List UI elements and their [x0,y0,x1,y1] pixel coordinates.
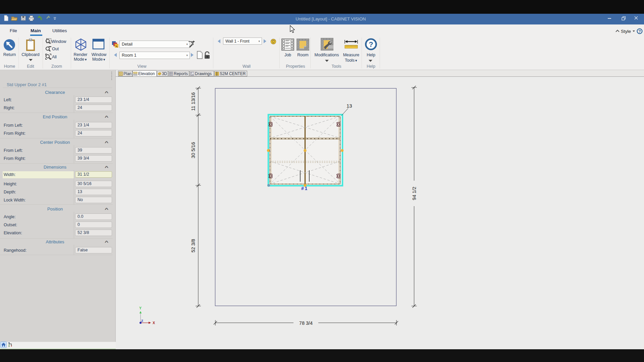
svg-text:52 3/8: 52 3/8 [191,239,196,252]
svg-text:11 13/16: 11 13/16 [191,92,196,111]
svg-text:?: ? [369,40,373,49]
svg-text:Y: Y [139,306,142,310]
svg-text:78 3/4: 78 3/4 [299,320,313,326]
svg-text:Z: Z [141,319,143,322]
svg-text:X: X [153,321,155,325]
svg-text:13: 13 [346,103,352,109]
svg-text:30 5/16: 30 5/16 [191,142,196,158]
svg-text:# 1: # 1 [301,186,308,191]
svg-text:Style: Style [621,29,631,34]
svg-text:?: ? [638,29,641,34]
svg-text:94 1/2: 94 1/2 [412,187,417,200]
